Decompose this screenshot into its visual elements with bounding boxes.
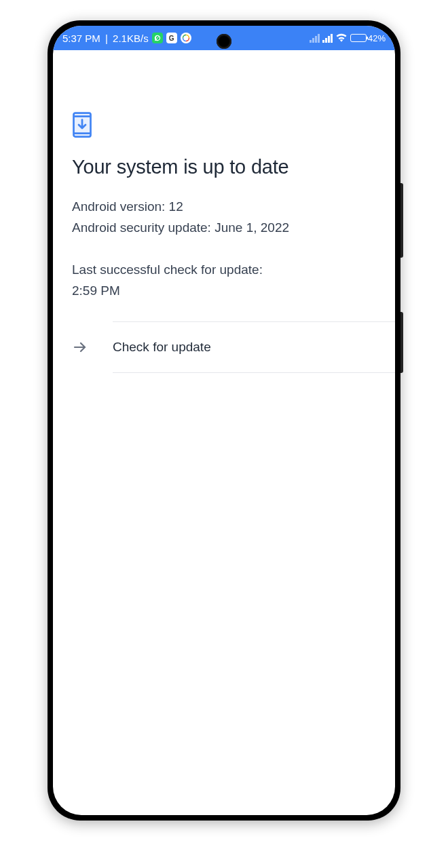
system-update-icon: [72, 111, 92, 137]
version-info: Android version: 12 Android security upd…: [72, 196, 376, 239]
whatsapp-icon: [152, 33, 163, 43]
power-button: [400, 312, 403, 373]
arrow-right-icon: [72, 339, 88, 355]
status-time: 5:37 PM: [62, 33, 100, 44]
battery-indicator: 42%: [350, 33, 386, 43]
battery-percent: 42%: [368, 33, 386, 43]
main-content: Your system is up to date Android versio…: [53, 50, 395, 373]
last-check-time: 2:59 PM: [72, 280, 376, 301]
signal-icon: [322, 33, 333, 43]
status-bar-left: 5:37 PM | 2.1KB/s G: [62, 33, 191, 44]
camera-cutout: [217, 34, 231, 49]
phone-screen: 5:37 PM | 2.1KB/s G: [53, 26, 395, 815]
volume-button: [400, 183, 403, 258]
battery-icon: [350, 34, 367, 42]
last-check-info: Last successful check for update: 2:59 P…: [72, 259, 376, 302]
check-for-update-label: Check for update: [113, 340, 211, 355]
last-check-label: Last successful check for update:: [72, 259, 376, 280]
check-for-update-button[interactable]: Check for update: [113, 321, 395, 373]
wifi-icon: [335, 33, 348, 44]
status-bar-right: 42%: [310, 33, 386, 44]
google-icon: G: [166, 33, 177, 43]
android-version-line: Android version: 12: [72, 196, 376, 217]
status-separator: |: [102, 33, 111, 44]
page-title: Your system is up to date: [72, 156, 376, 178]
status-data-rate: 2.1KB/s: [113, 33, 149, 44]
security-update-line: Android security update: June 1, 2022: [72, 217, 376, 238]
google-circle-icon: [181, 33, 191, 43]
signal-icon-dim: [310, 33, 320, 43]
phone-frame: 5:37 PM | 2.1KB/s G: [48, 20, 400, 821]
